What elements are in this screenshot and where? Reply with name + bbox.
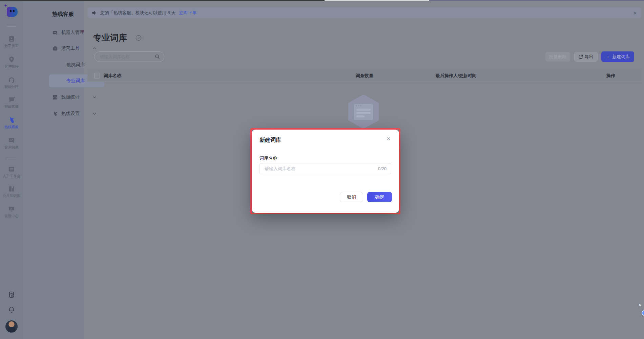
- icon-rail: ✦ 数字员工 客户旅程 智能外呼 ✦ 智能客服 热线客服 ✦ 客户洞察: [0, 0, 23, 339]
- create-lexicon-modal: 新建词库 × 词库名称 0/20 取消 确定: [252, 130, 399, 213]
- rail-item-label: 数字员工: [0, 44, 23, 48]
- rail-item-label: 公共知识库: [0, 194, 23, 198]
- phone-gear-icon: [52, 111, 58, 117]
- sidebar: 热线客服 机器人管理 运营工具 敏感词库 专业词库 数据统计 热线设置: [23, 0, 84, 339]
- insight-icon: ✦: [8, 137, 15, 144]
- char-counter: 0/20: [378, 166, 387, 171]
- headset-icon: [8, 76, 15, 84]
- rail-item-agent-workbench[interactable]: 人工工作台: [0, 165, 23, 179]
- sidebar-item-label: 数据统计: [61, 94, 80, 100]
- export-button[interactable]: 导出: [574, 52, 598, 62]
- product-logo[interactable]: ✦: [4, 4, 19, 19]
- book-icon: [8, 185, 15, 193]
- lexicon-name-field: 0/20: [259, 163, 391, 174]
- toolbox-icon: [52, 46, 58, 51]
- create-lexicon-button[interactable]: ＋ 新建词库: [601, 51, 634, 62]
- select-all-checkbox[interactable]: [94, 73, 100, 78]
- plus-icon: ＋: [606, 54, 610, 60]
- divider: [7, 26, 16, 27]
- col-actions: 操作: [606, 73, 615, 79]
- empty-state-window: [354, 104, 373, 120]
- svg-text:✦: ✦: [13, 96, 15, 99]
- order-now-link[interactable]: 立即下单: [179, 10, 196, 16]
- rail-item-hotline-service[interactable]: 热线客服: [0, 116, 23, 130]
- rail-item-label: 客户洞察: [0, 145, 23, 150]
- search-input[interactable]: [99, 54, 155, 60]
- empty-state-illustration: [348, 94, 379, 129]
- rail-item-customer-insight[interactable]: ✦ 客户洞察: [0, 137, 23, 150]
- rail-item-public-kb[interactable]: 公共知识库: [0, 185, 23, 198]
- col-last-operator: 最后操作人/更新时间: [436, 73, 477, 79]
- help-icon[interactable]: ?: [136, 35, 141, 41]
- batch-delete-button[interactable]: 批量删除: [545, 52, 570, 62]
- rail-item-admin-center[interactable]: 管理中心: [0, 205, 23, 219]
- banner-text: 您的「热线客服」模块还可以使用 8 天: [100, 10, 175, 16]
- window-edge-strip-light: [325, 0, 429, 1]
- rail-item-smart-outbound[interactable]: 智能外呼: [0, 76, 23, 89]
- monitor-icon: [8, 205, 15, 213]
- rail-item-label: 客户旅程: [0, 64, 23, 69]
- user-avatar[interactable]: [5, 320, 18, 333]
- sliders-icon: [8, 165, 15, 173]
- sidebar-title: 热线客服: [52, 11, 74, 18]
- export-icon: [579, 54, 583, 59]
- rail-item-customer-journey[interactable]: 客户旅程: [0, 56, 23, 69]
- pin-icon: [8, 56, 15, 63]
- export-label: 导出: [585, 54, 594, 60]
- rail-item-label: 人工工作台: [0, 174, 23, 179]
- search-box: [94, 51, 164, 62]
- rail-item-smart-service[interactable]: ✦ 智能客服: [0, 96, 23, 109]
- svg-text:✦: ✦: [13, 141, 15, 143]
- sidebar-item-label: 机器人管理: [61, 29, 84, 36]
- lexicon-name-label: 词库名称: [259, 155, 277, 161]
- table-header: 词库名称 词条数量 最后操作人/更新时间 操作: [87, 69, 641, 82]
- chart-icon: [52, 94, 58, 100]
- col-lexicon-name: 词库名称: [104, 73, 121, 79]
- app-root: ✦ 数字员工 客户旅程 智能外呼 ✦ 智能客服 热线客服 ✦ 客户洞察: [0, 0, 644, 339]
- rail-item-digital-employee[interactable]: 数字员工: [0, 35, 23, 48]
- sidebar-item-label: 运营工具: [61, 45, 80, 51]
- phone-plus-icon: [8, 116, 15, 124]
- cancel-button[interactable]: 取消: [340, 192, 363, 202]
- window-edge-strip: [429, 0, 644, 1]
- lexicon-name-input[interactable]: [264, 166, 378, 172]
- divider: [7, 158, 16, 158]
- rail-item-label: 热线客服: [0, 125, 23, 130]
- modal-close-icon[interactable]: ×: [387, 136, 390, 142]
- create-label: 新建词库: [612, 54, 630, 60]
- rail-item-label: 管理中心: [0, 214, 23, 219]
- sidebar-item-label: 敏感词库: [66, 62, 85, 68]
- rail-item-label: 智能客服: [0, 105, 23, 109]
- rail-item-label: 智能外呼: [0, 85, 23, 89]
- trial-banner: 您的「热线客服」模块还可以使用 8 天 立即下单 ×: [87, 7, 641, 18]
- sidebar-item-label: 热线设置: [61, 111, 80, 117]
- modal-title: 新建词库: [259, 137, 281, 144]
- search-icon[interactable]: [155, 54, 160, 59]
- badge-icon: [8, 35, 15, 43]
- confirm-button[interactable]: 确定: [367, 192, 392, 202]
- banner-close-icon[interactable]: ×: [633, 10, 637, 16]
- document-clock-icon: [8, 291, 15, 298]
- page-title: 专业词库: [93, 32, 127, 43]
- floating-badge: N: [639, 303, 641, 307]
- bell-icon: [8, 306, 15, 313]
- window-edge-strip-dark: [0, 0, 325, 1]
- sparkle-icon: ✦: [4, 3, 7, 8]
- megaphone-icon: [91, 10, 97, 16]
- col-entry-count: 词条数量: [356, 73, 373, 79]
- work-order-button[interactable]: [0, 291, 23, 298]
- robot-icon: [52, 30, 58, 36]
- chat-sparkle-icon: ✦: [8, 96, 15, 104]
- sidebar-item-label: 专业词库: [66, 78, 85, 84]
- notifications-button[interactable]: [0, 306, 23, 313]
